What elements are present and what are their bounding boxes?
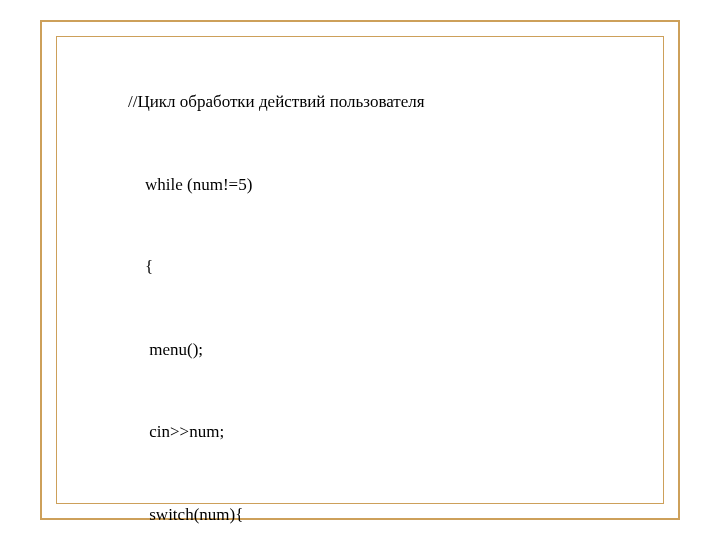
- code-line: cin>>num;: [128, 418, 485, 446]
- code-line: menu();: [128, 336, 485, 364]
- code-line: {: [128, 253, 485, 281]
- code-block: //Цикл обработки действий пользователя w…: [128, 33, 485, 540]
- code-line: //Цикл обработки действий пользователя: [128, 88, 485, 116]
- code-line: while (num!=5): [128, 171, 485, 199]
- code-line: switch(num){: [128, 501, 485, 529]
